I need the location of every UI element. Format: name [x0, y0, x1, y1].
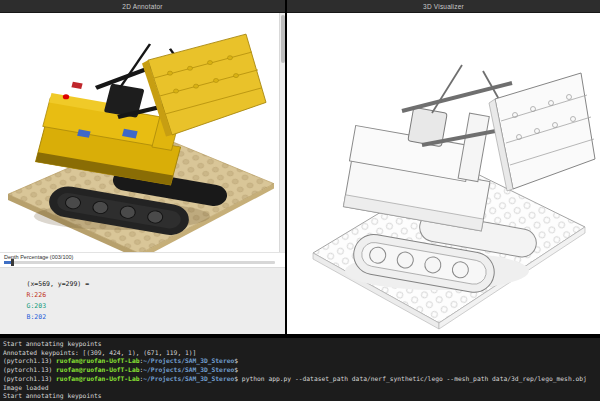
terminal-line: (pytorch1.13) ruofan@ruofan-UofT-Lab:~/P…	[3, 375, 600, 384]
visualizer-window: 3D Visualizer	[287, 0, 600, 334]
terminal-line: (pytorch1.13) ruofan@ruofan-UofT-Lab:~/P…	[3, 357, 600, 366]
visualizer-titlebar: 3D Visualizer	[287, 0, 600, 13]
lego-mesh-sketch	[287, 13, 600, 334]
readout-coords: (x=569, y=299) =	[26, 280, 89, 288]
readout-r: R:226	[26, 291, 46, 299]
blade-sketch	[489, 73, 595, 191]
readout-g: G:203	[26, 302, 46, 310]
terminal-line: Start annotating keypoints	[3, 340, 600, 349]
annotator-titlebar: 2D Annotator	[0, 0, 285, 13]
terminal-line: Annotated keypoints: [(309, 424, 1), (67…	[3, 349, 600, 358]
desktop: 2D Annotator	[0, 0, 600, 401]
scrollbar-thumb[interactable]	[281, 15, 285, 63]
keypoint-marker	[63, 94, 69, 99]
visualizer-canvas[interactable]	[287, 13, 600, 334]
terminal-window[interactable]: Start annotating keypointsAnnotated keyp…	[0, 338, 600, 401]
visualizer-title: 3D Visualizer	[423, 3, 464, 10]
terminal-line: Image loaded	[3, 384, 600, 393]
annotator-window: 2D Annotator	[0, 0, 285, 334]
depth-slider-handle[interactable]	[11, 259, 14, 266]
terminal-output: Start annotating keypointsAnnotated keyp…	[3, 340, 600, 401]
annotator-scrollbar[interactable]	[279, 13, 285, 252]
pixel-readout: (x=569, y=299) = R:226 G:203 B:202	[0, 267, 285, 334]
lego-render-image	[0, 13, 285, 252]
annotator-title: 2D Annotator	[122, 3, 162, 10]
terminal-line: (pytorch1.13) ruofan@ruofan-UofT-Lab:~/P…	[3, 366, 600, 375]
bulldozer-body-sketch	[341, 94, 501, 231]
depth-slider-label: Depth Percentage (003/100)	[4, 254, 73, 260]
annotator-canvas[interactable]	[0, 13, 285, 252]
terminal-line: Start annotating keypoints	[3, 392, 600, 401]
depth-slider-track[interactable]	[4, 261, 275, 264]
depth-slider-panel: Depth Percentage (003/100)	[0, 252, 285, 267]
readout-b: B:202	[26, 313, 46, 321]
